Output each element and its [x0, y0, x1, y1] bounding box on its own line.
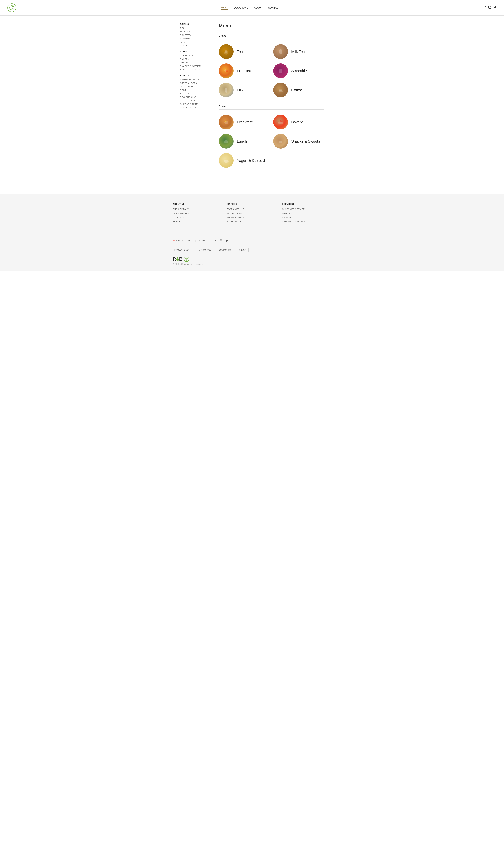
footer-services-col: SERVICES CUSTOMER SERVICE CATERING EVENT…: [282, 203, 331, 224]
sidebar-item-coffee[interactable]: COFFEE: [180, 44, 211, 47]
footer-manufacturing[interactable]: MANUFACTURING: [228, 216, 277, 218]
food-grid: Breakfast Bakery Lunch Snacks & Sweets: [219, 115, 324, 168]
sidebar-item-milk[interactable]: MILK: [180, 41, 211, 43]
svg-point-24: [220, 240, 221, 241]
milk-image: [219, 83, 234, 97]
footer-catering[interactable]: CATERING: [282, 212, 331, 214]
svg-point-5: [489, 7, 490, 8]
footer-instagram-icon[interactable]: [219, 239, 222, 242]
menu-item-snacks[interactable]: Snacks & Sweets: [273, 134, 324, 149]
privacy-policy-link[interactable]: PRIVACY POLICY: [173, 248, 191, 252]
footer-services-title: SERVICES: [282, 203, 331, 205]
sidebar-item-cheesecream[interactable]: CHEESE CREAM: [180, 103, 211, 105]
drinks-section-label: Drinks: [219, 34, 324, 37]
nav-locations[interactable]: LOCATIONS: [234, 6, 248, 9]
main-container: DRINKS TEA MILK TEA FRUIT TEA SMOOTHIE M…: [173, 16, 331, 186]
svg-point-19: [280, 121, 282, 122]
footer-career-col: CAREER WORK WITH US RETAIL CAREER MANUFA…: [228, 203, 277, 224]
menu-item-yogurt[interactable]: Yogurt & Custard: [219, 153, 270, 168]
footer-bottom-row2: PRIVACY POLICY TERMS OF USE CONTACT US S…: [173, 248, 331, 252]
smoothie-label: Smoothie: [291, 69, 307, 73]
milktea-image: [273, 44, 288, 59]
sidebar-item-bakery[interactable]: BAKERY: [180, 58, 211, 60]
footer-events[interactable]: EVENTS: [282, 216, 331, 218]
sidebar-item-breakfast[interactable]: BREAKFAST: [180, 55, 211, 57]
menu-item-lunch[interactable]: Lunch: [219, 134, 270, 149]
sidebar-addon-title: ADD-ON: [180, 74, 211, 77]
sidebar-item-lunch[interactable]: LUNCH: [180, 61, 211, 64]
sidebar-item-fruittea[interactable]: FRUIT TEA: [180, 34, 211, 36]
sidebar-item-crystalboba[interactable]: CRYSTAL BOBA: [180, 82, 211, 84]
snacks-label: Snacks & Sweets: [291, 139, 320, 144]
footer-special-discounts[interactable]: SPECIAL DISCOUNTS: [282, 220, 331, 222]
footer-locations[interactable]: LOCATIONS: [173, 216, 222, 218]
yogurt-label: Yogurt & Custard: [237, 158, 265, 163]
drinks-grid: Tea Milk Tea Fruit Tea Smoothie: [219, 44, 324, 97]
menu-item-milktea[interactable]: Milk Tea: [273, 44, 324, 59]
menu-item-coffee[interactable]: Coffee: [273, 83, 324, 97]
nav-menu[interactable]: MENU: [221, 6, 228, 10]
coffee-image: [273, 83, 288, 97]
svg-point-16: [224, 121, 228, 124]
svg-point-22: [224, 160, 229, 163]
nav-about[interactable]: ABOUT: [254, 6, 263, 9]
food-section-label: Drinks: [219, 105, 324, 108]
menu-item-bakery[interactable]: Bakery: [273, 115, 324, 129]
sidebar-drinks-title: DRINKS: [180, 23, 211, 25]
sidebar-item-tea[interactable]: TEA: [180, 27, 211, 29]
sidebar-item-coffeejelly[interactable]: COFFEE JELLY: [180, 107, 211, 109]
footer-customer-service[interactable]: CUSTOMER SERVICE: [282, 208, 331, 210]
sidebar-item-boba[interactable]: BOBA: [180, 89, 211, 91]
find-store-link[interactable]: 📍 FIND A STORE: [173, 240, 191, 242]
terms-of-use-link[interactable]: TERMS OF USE: [196, 248, 213, 252]
find-store-label: FIND A STORE: [176, 240, 192, 242]
sidebar-item-yogurt[interactable]: YOGURT & CUSTARD: [180, 69, 211, 71]
svg-rect-4: [488, 6, 491, 8]
tea-label: Tea: [237, 49, 243, 54]
menu-item-breakfast[interactable]: Breakfast: [219, 115, 270, 129]
menu-item-milk[interactable]: Milk: [219, 83, 270, 97]
menu-content: Menu Drinks Tea Milk Tea Fruit Tea: [211, 23, 324, 175]
footer-press[interactable]: PRESS: [173, 220, 222, 222]
sidebar-item-tiramisu[interactable]: TIRAMISU CREAM: [180, 78, 211, 81]
breakfast-image: [219, 115, 234, 129]
contact-us-link[interactable]: CONTACT US: [217, 248, 232, 252]
location-icon: 📍: [173, 240, 176, 242]
sidebar-item-smoothie[interactable]: SMOOTHIE: [180, 38, 211, 40]
footer-headquarter[interactable]: HEADQUARTER: [173, 212, 222, 214]
footer-facebook-icon[interactable]: f: [215, 240, 216, 242]
footer-top: ABOUT US OUR COMPANY HEADQUARTER LOCATIO…: [173, 203, 331, 232]
footer-work-with-us[interactable]: WORK WITH US: [228, 208, 277, 210]
footer-our-company[interactable]: OUR COMPANY: [173, 208, 222, 210]
twitter-icon[interactable]: [494, 6, 497, 10]
lunch-label: Lunch: [237, 139, 247, 144]
yogurt-image: [219, 153, 234, 168]
sidebar-item-eggpudding[interactable]: EGG PUDDING: [180, 96, 211, 98]
footer-retail-career[interactable]: RETAIL CAREER: [228, 212, 277, 214]
footer-twitter-icon[interactable]: [226, 239, 228, 242]
footer-corporate[interactable]: CORPORATE: [228, 220, 277, 222]
main-nav: MENU LOCATIONS ABOUT CONTACT: [221, 6, 280, 10]
footer-logo-icon: [184, 257, 189, 262]
sidebar-item-aloevera[interactable]: ALOE VERA: [180, 93, 211, 95]
facebook-icon[interactable]: f: [485, 6, 486, 10]
footer-bottom: 📍 FIND A STORE | KHMER | f PRIVACY POLIC…: [173, 239, 331, 265]
khmer-link[interactable]: KHMER: [199, 240, 207, 242]
svg-rect-21: [279, 141, 283, 143]
menu-item-fruittea[interactable]: Fruit Tea: [219, 64, 270, 78]
footer: ABOUT US OUR COMPANY HEADQUARTER LOCATIO…: [0, 194, 504, 271]
footer-about-col: ABOUT US OUR COMPANY HEADQUARTER LOCATIO…: [173, 203, 222, 224]
menu-item-tea[interactable]: Tea: [219, 44, 270, 59]
sidebar-item-grassjelly[interactable]: GRASS JELLY: [180, 100, 211, 102]
logo-area[interactable]: [7, 3, 16, 12]
nav-contact[interactable]: CONTACT: [268, 6, 280, 9]
snacks-image: [273, 134, 288, 149]
sidebar-item-milktea[interactable]: MILK TEA: [180, 31, 211, 33]
svg-point-20: [224, 140, 228, 143]
instagram-icon[interactable]: [488, 6, 491, 10]
sidebar-item-dragonball[interactable]: DRAGON BALL: [180, 86, 211, 88]
site-map-link[interactable]: SITE MAP: [237, 248, 249, 252]
sidebar-item-snacks[interactable]: SNACKS & SWEETS: [180, 65, 211, 67]
header: MENU LOCATIONS ABOUT CONTACT f: [0, 0, 504, 16]
menu-item-smoothie[interactable]: Smoothie: [273, 64, 324, 78]
